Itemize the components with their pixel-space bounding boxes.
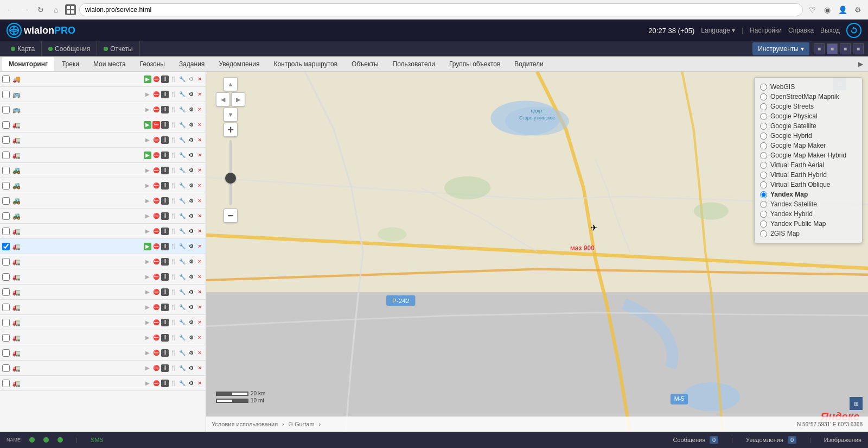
layer-radio-ys[interactable] <box>760 201 767 208</box>
layer-radio-osm[interactable] <box>760 93 767 100</box>
layer-virtual-earth-aerial[interactable]: Virtual Earth Aerial <box>760 160 857 170</box>
layer-radio-ghybrid[interactable] <box>760 132 767 140</box>
a7[interactable]: ✕ <box>196 258 203 266</box>
row-checkbox[interactable] <box>2 380 10 387</box>
a7[interactable]: ✕ <box>196 364 203 372</box>
back-button[interactable]: ← <box>4 4 16 16</box>
layer-google-satellite[interactable]: Google Satellite <box>760 121 857 131</box>
a7[interactable]: ✕ <box>196 106 203 113</box>
a7[interactable]: ✕ <box>196 273 203 281</box>
a7[interactable]: ✕ <box>196 334 203 342</box>
home-button[interactable]: ⌂ <box>50 4 62 16</box>
layer-radio-veh[interactable] <box>760 172 767 179</box>
layer-radio-webgis[interactable] <box>760 84 767 91</box>
tab-reports[interactable]: Отчеты <box>97 41 139 56</box>
row-checkbox[interactable] <box>2 106 10 113</box>
forward-button[interactable]: → <box>20 4 31 16</box>
subnav-tasks[interactable]: Задания <box>173 57 211 71</box>
layer-virtual-earth-oblique[interactable]: Virtual Earth Oblique <box>760 180 857 190</box>
row-checkbox[interactable] <box>2 197 10 205</box>
account-icon[interactable]: 👤 <box>837 4 848 16</box>
layer-google-mapmaker-hybrid[interactable]: Google Map Maker Hybrid <box>760 150 857 160</box>
layer-radio-gphysical[interactable] <box>760 113 767 120</box>
layer-google-physical[interactable]: Google Physical <box>760 111 857 121</box>
row-checkbox[interactable] <box>2 136 10 144</box>
action-icon-x[interactable]: ✕ <box>196 75 203 83</box>
row-checkbox[interactable] <box>2 228 10 235</box>
layer-radio-veo[interactable] <box>760 181 767 188</box>
a7[interactable]: ✕ <box>196 319 203 326</box>
subnav-drivers[interactable]: Водители <box>508 57 550 71</box>
layer-radio-gmm[interactable] <box>760 142 767 149</box>
row-checkbox[interactable] <box>2 349 10 357</box>
a7[interactable]: ✕ <box>196 349 203 357</box>
a7[interactable]: ✕ <box>196 304 203 311</box>
subnav-myplaces[interactable]: Мои места <box>87 57 132 71</box>
layer-yandex-map[interactable]: Yandex Map <box>760 190 857 199</box>
a7[interactable]: ✕ <box>196 212 203 220</box>
language-dropdown[interactable]: Language ▾ <box>701 27 735 34</box>
subnav-objects[interactable]: Объекты <box>345 57 385 71</box>
row-checkbox[interactable] <box>2 243 10 250</box>
layer-yandex-public[interactable]: Yandex Public Map <box>760 219 857 229</box>
subnav-monitoring[interactable]: Мониторинг <box>2 57 54 71</box>
row-checkbox[interactable] <box>2 319 10 326</box>
settings-icon[interactable]: ⚙ <box>852 4 864 16</box>
zoom-up-button[interactable]: ▲ <box>224 77 238 91</box>
view-icon-2[interactable]: ■ <box>827 43 838 54</box>
logout-link[interactable]: Выход <box>820 27 840 34</box>
layer-webgis[interactable]: WebGIS <box>760 82 857 92</box>
pan-left-button[interactable]: ◀ <box>216 92 230 106</box>
subnav-users[interactable]: Пользователи <box>386 57 442 71</box>
a7[interactable]: ✕ <box>196 228 203 235</box>
tools-button[interactable]: Инструменты ▾ <box>752 42 809 55</box>
subnav-arrow[interactable]: ▶ <box>855 57 866 71</box>
subnav-tracks[interactable]: Треки <box>55 57 86 71</box>
action-close[interactable]: ✕ <box>196 91 203 98</box>
row-checkbox[interactable] <box>2 334 10 342</box>
layer-yandex-hybrid[interactable]: Yandex Hybrid <box>760 209 857 219</box>
row-checkbox[interactable] <box>2 121 10 129</box>
zoom-out-button[interactable]: − <box>224 209 238 223</box>
layer-2gis[interactable]: 2GIS Map <box>760 229 857 238</box>
layer-virtual-earth-hybrid[interactable]: Virtual Earth Hybrid <box>760 170 857 180</box>
row-checkbox[interactable] <box>2 364 10 372</box>
row-checkbox[interactable] <box>2 212 10 220</box>
a7[interactable]: ✕ <box>196 182 203 190</box>
zoom-thumb[interactable] <box>225 173 236 184</box>
layer-radio-2gis[interactable] <box>760 230 767 237</box>
row-checkbox[interactable] <box>2 75 10 83</box>
row-checkbox[interactable] <box>2 273 10 281</box>
row-checkbox[interactable] <box>2 182 10 190</box>
a7[interactable]: ✕ <box>196 197 203 205</box>
a7[interactable]: ✕ <box>196 167 203 174</box>
zoom-in-button[interactable]: + <box>224 123 238 137</box>
layer-radio-ym[interactable] <box>760 191 767 198</box>
view-icon-4[interactable]: ■ <box>853 43 864 54</box>
view-icon-3[interactable]: ■ <box>840 43 851 54</box>
layer-radio-yp[interactable] <box>760 220 767 228</box>
zoom-slider[interactable] <box>229 140 232 205</box>
zoom-down-button[interactable]: ▼ <box>224 108 238 122</box>
layer-grid-toggle[interactable]: ⊞ <box>850 397 863 410</box>
map-canvas[interactable]: P-242 вдхр. Старо-уткинское M-5 Екатерин… <box>206 72 868 432</box>
a7[interactable]: ✕ <box>196 121 203 129</box>
subnav-groups[interactable]: Группы объектов <box>443 57 507 71</box>
url-input[interactable]: wialon.pro/service.html <box>79 3 803 16</box>
bookmark-icon[interactable]: ♡ <box>806 4 818 16</box>
layer-google-mapmaker[interactable]: Google Map Maker <box>760 141 857 150</box>
subnav-notifications[interactable]: Уведомления <box>212 57 266 71</box>
layer-google-streets[interactable]: Google Streets <box>760 102 857 111</box>
view-icon-1[interactable]: ■ <box>814 43 825 54</box>
row-checkbox[interactable] <box>2 167 10 174</box>
layer-osm[interactable]: OpenStreetMap Mapnik <box>760 92 857 102</box>
a7[interactable]: ✕ <box>196 380 203 387</box>
a7[interactable]: ✕ <box>196 288 203 296</box>
pan-right-button[interactable]: ▶ <box>231 92 245 106</box>
row-checkbox[interactable] <box>2 258 10 266</box>
a7[interactable]: ✕ <box>196 152 203 159</box>
subnav-geozones[interactable]: Геозоны <box>133 57 171 71</box>
layer-yandex-satellite[interactable]: Yandex Satellite <box>760 199 857 209</box>
layer-radio-gsatellite[interactable] <box>760 123 767 130</box>
tab-messages[interactable]: Сообщения <box>42 41 97 56</box>
